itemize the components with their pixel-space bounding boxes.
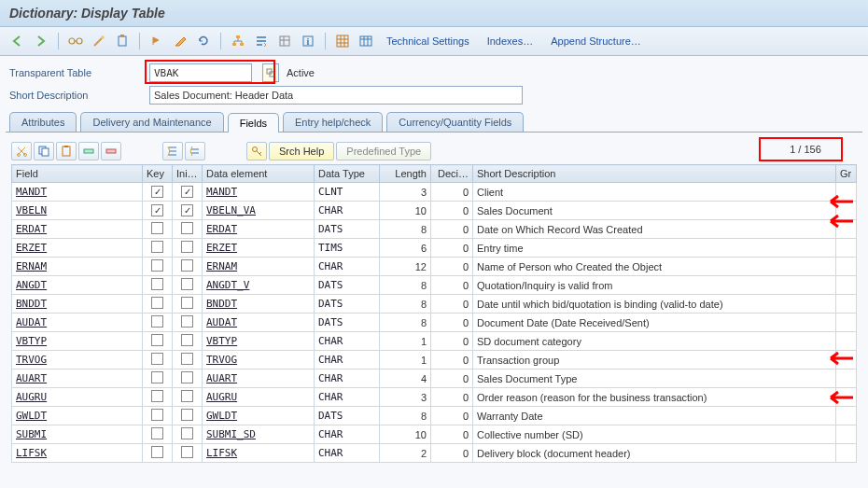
- table-row[interactable]: ANGDTANGDT_VDATS80Quotation/Inquiry is v…: [12, 276, 857, 295]
- predefined-type-button[interactable]: Predefined Type: [336, 142, 431, 160]
- col-decimals[interactable]: Deci…: [431, 165, 473, 183]
- table-row[interactable]: LIFSKLIFSKCHAR20Delivery block (document…: [12, 444, 857, 463]
- cell-field[interactable]: AUGRU: [12, 388, 143, 407]
- cell-init[interactable]: [173, 258, 203, 276]
- tab-delivery[interactable]: Delivery and Maintenance: [80, 112, 223, 132]
- table-row[interactable]: SUBMISUBMI_SDCHAR100Collective number (S…: [12, 425, 857, 444]
- col-shortdesc[interactable]: Short Description: [473, 165, 836, 183]
- table-row[interactable]: ERZETERZETTIMS60Entry time: [12, 239, 857, 258]
- cell-element[interactable]: ERZET: [203, 239, 315, 258]
- cell-element[interactable]: LIFSK: [203, 444, 315, 463]
- cell-init[interactable]: [173, 332, 203, 351]
- cell-key[interactable]: [143, 276, 173, 295]
- cell-key[interactable]: [143, 239, 173, 258]
- cell-key[interactable]: [143, 407, 173, 425]
- cell-init[interactable]: [173, 220, 203, 239]
- cell-field[interactable]: SUBMI: [12, 425, 143, 444]
- copy-icon[interactable]: [34, 142, 54, 160]
- forward-icon[interactable]: [31, 31, 51, 51]
- col-datatype[interactable]: Data Type: [315, 165, 380, 183]
- col-field[interactable]: Field: [12, 165, 143, 183]
- cell-element[interactable]: ANGDT_V: [203, 276, 315, 295]
- cell-key[interactable]: [143, 202, 173, 220]
- cell-key[interactable]: [143, 220, 173, 239]
- cell-element[interactable]: SUBMI_SD: [203, 425, 315, 444]
- cell-key[interactable]: [143, 314, 173, 332]
- cell-key[interactable]: [143, 444, 173, 463]
- cell-element[interactable]: AUGRU: [203, 388, 315, 407]
- cell-init[interactable]: [173, 407, 203, 425]
- cell-init[interactable]: [173, 351, 203, 369]
- cell-element[interactable]: BNDDT: [203, 295, 315, 314]
- table-row[interactable]: BNDDTBNDDTDATS80Date until which bid/quo…: [12, 295, 857, 314]
- cell-element[interactable]: AUART: [203, 369, 315, 388]
- expand-icon[interactable]: [162, 142, 183, 160]
- table-row[interactable]: ERDATERDATDATS80Date on Which Record Was…: [12, 220, 857, 239]
- cell-init[interactable]: [173, 183, 203, 202]
- tab-fields[interactable]: Fields: [228, 113, 279, 132]
- glasses-icon[interactable]: [65, 31, 86, 51]
- cell-init[interactable]: [173, 388, 203, 407]
- cell-field[interactable]: TRVOG: [12, 351, 143, 369]
- table-row[interactable]: GWLDTGWLDTDATS80Warranty Date: [12, 407, 857, 425]
- cell-element[interactable]: MANDT: [203, 183, 315, 202]
- technical-settings-link[interactable]: Technical Settings: [379, 35, 477, 47]
- info-icon[interactable]: i: [298, 31, 318, 51]
- cell-init[interactable]: [173, 314, 203, 332]
- cell-key[interactable]: [143, 332, 173, 351]
- cell-key[interactable]: [143, 351, 173, 369]
- search-help-button[interactable]: Srch Help: [269, 142, 334, 160]
- cell-element[interactable]: ERDAT: [203, 220, 315, 239]
- cell-field[interactable]: ERDAT: [12, 220, 143, 239]
- col-init[interactable]: Ini…: [173, 165, 203, 183]
- cell-field[interactable]: AUDAT: [12, 314, 143, 332]
- cell-element[interactable]: ERNAM: [203, 258, 315, 276]
- cell-field[interactable]: VBTYP: [12, 332, 143, 351]
- cell-init[interactable]: [173, 239, 203, 258]
- short-desc-input[interactable]: [149, 86, 523, 105]
- col-length[interactable]: Length: [380, 165, 431, 183]
- cell-field[interactable]: AUART: [12, 369, 143, 388]
- cell-element[interactable]: VBTYP: [203, 332, 315, 351]
- cell-field[interactable]: ERZET: [12, 239, 143, 258]
- cut-icon[interactable]: [11, 142, 32, 160]
- tab-currency[interactable]: Currency/Quantity Fields: [386, 112, 524, 132]
- delete-row-icon[interactable]: [101, 142, 121, 160]
- refresh-icon[interactable]: [193, 31, 214, 51]
- col-element[interactable]: Data element: [203, 165, 315, 183]
- table-row[interactable]: AUGRUAUGRUCHAR30Order reason (reason for…: [12, 388, 857, 407]
- tab-attributes[interactable]: Attributes: [9, 112, 77, 132]
- pencil-icon[interactable]: [170, 31, 190, 51]
- col-key[interactable]: Key: [143, 165, 173, 183]
- tab-entry-help[interactable]: Entry help/check: [283, 112, 383, 132]
- cell-init[interactable]: [173, 425, 203, 444]
- activate-icon[interactable]: [147, 31, 167, 51]
- table-row[interactable]: AUDATAUDATDATS80Document Date (Date Rece…: [12, 314, 857, 332]
- struct-icon[interactable]: [274, 31, 295, 51]
- cell-key[interactable]: [143, 295, 173, 314]
- cell-init[interactable]: [173, 295, 203, 314]
- cell-key[interactable]: [143, 369, 173, 388]
- cell-element[interactable]: VBELN_VA: [203, 202, 315, 220]
- cell-field[interactable]: MANDT: [12, 183, 143, 202]
- wrap-icon[interactable]: [251, 31, 272, 51]
- cell-key[interactable]: [143, 258, 173, 276]
- cell-field[interactable]: ANGDT: [12, 276, 143, 295]
- cell-key[interactable]: [143, 425, 173, 444]
- cell-field[interactable]: ERNAM: [12, 258, 143, 276]
- grid-icon[interactable]: [332, 31, 353, 51]
- cell-element[interactable]: AUDAT: [203, 314, 315, 332]
- cell-init[interactable]: [173, 202, 203, 220]
- cell-field[interactable]: LIFSK: [12, 444, 143, 463]
- cell-element[interactable]: GWLDT: [203, 407, 315, 425]
- table-row[interactable]: VBELNVBELN_VACHAR100Sales Document: [12, 202, 857, 220]
- cell-init[interactable]: [173, 276, 203, 295]
- cell-key[interactable]: [143, 183, 173, 202]
- collapse-icon[interactable]: [185, 142, 205, 160]
- cell-field[interactable]: GWLDT: [12, 407, 143, 425]
- table-icon[interactable]: [356, 31, 376, 51]
- wand-icon[interactable]: [89, 31, 109, 51]
- cell-init[interactable]: [173, 444, 203, 463]
- cell-field[interactable]: BNDDT: [12, 295, 143, 314]
- table-row[interactable]: TRVOGTRVOGCHAR10Transaction group: [12, 351, 857, 369]
